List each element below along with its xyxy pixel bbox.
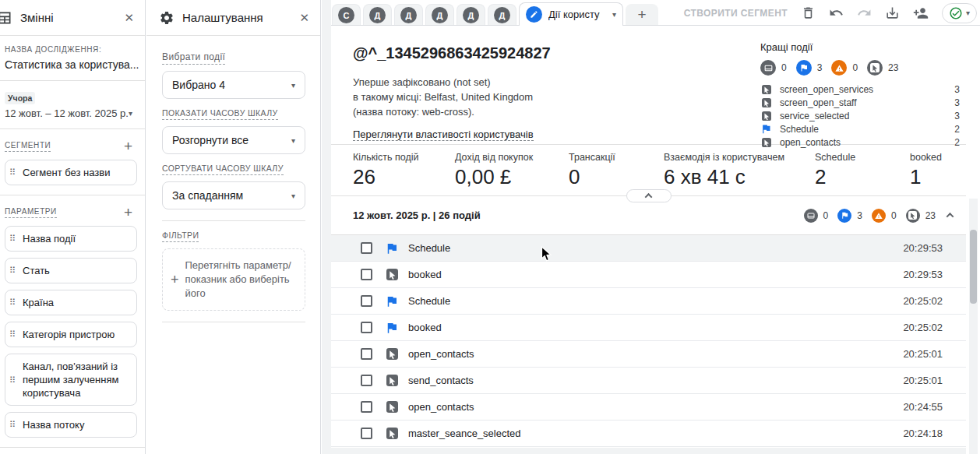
event-time: 20:29:53	[903, 242, 943, 254]
badge-count: 3	[817, 62, 823, 73]
tab-active-user-actions[interactable]: Дії користува... ▾	[519, 2, 623, 26]
create-segment-button[interactable]: СТВОРИТИ СЕГМЕНТ	[684, 8, 788, 19]
tab-2[interactable]: Д	[394, 4, 423, 26]
timeline-scrollbar[interactable]	[969, 199, 978, 454]
user-stream: (назва потоку: web-cross).	[353, 104, 551, 119]
screenview-badge-icon	[760, 60, 776, 76]
add-tab-button[interactable]: +	[626, 4, 658, 26]
parameter-chip[interactable]: ⠿Категорія пристрою	[5, 322, 137, 347]
row-checkbox[interactable]	[361, 295, 372, 307]
tab-5[interactable]: Д	[488, 4, 516, 26]
tab-0[interactable]: С	[332, 4, 361, 26]
chevron-down-icon: ▾	[966, 9, 970, 17]
row-checkbox[interactable]	[361, 322, 372, 333]
redo-icon[interactable]	[857, 5, 872, 20]
event-row[interactable]: master_seance_selected 20:24:18	[331, 421, 966, 447]
settings-header: Налаштування ✕	[146, 0, 320, 36]
top-events-panel: Кращі події 0 3 0 23 screen_open_service…	[760, 38, 960, 144]
stats-divider	[331, 195, 966, 196]
status-check-dropdown[interactable]: ▾	[942, 3, 977, 23]
segment-chip[interactable]: ⠿ Сегмент без назви	[5, 160, 137, 185]
event-type-icon	[760, 98, 772, 107]
stat-schedule: Schedule2	[815, 145, 910, 195]
chevron-down-icon[interactable]: ▾	[129, 109, 132, 118]
event-row[interactable]: Schedule 20:25:02	[331, 288, 966, 315]
user-first-seen: Уперше зафіксовано (not set)	[353, 75, 551, 90]
plus-icon: +	[171, 273, 179, 287]
stats-row: Кількість подій26 Дохід від покупок0,00 …	[331, 144, 966, 195]
trash-icon[interactable]	[801, 5, 816, 20]
badge-count: 23	[925, 210, 936, 221]
date-header-text: 12 жовт. 2025 р. | 26 подій	[353, 209, 481, 221]
show-timeline-label: ПОКАЗАТИ ЧАСОВУ ШКАЛУ	[162, 108, 278, 120]
event-name: open_contacts	[408, 401, 474, 413]
card-footer-strip	[331, 448, 966, 454]
row-checkbox[interactable]	[361, 348, 372, 360]
select-events-dropdown[interactable]: Вибрано 4 ▾	[162, 71, 305, 99]
event-name: open_contacts	[408, 348, 474, 360]
tab-4[interactable]: Д	[457, 4, 485, 26]
settings-title: Налаштування	[182, 11, 263, 24]
row-checkbox[interactable]	[361, 269, 372, 280]
sort-timeline-dropdown[interactable]: За спаданням ▾	[162, 181, 305, 209]
drag-handle-icon: ⠿	[7, 296, 18, 308]
event-time: 20:25:02	[903, 295, 943, 307]
row-checkbox[interactable]	[361, 428, 372, 439]
event-type-icon	[385, 348, 399, 360]
share-user-icon[interactable]	[913, 5, 929, 21]
date-header-badges: 0 3 0 23	[804, 209, 955, 223]
research-name-section: НАЗВА ДОСЛІДЖЕННЯ: Статистика за користу…	[0, 36, 145, 81]
badge-count: 0	[781, 62, 787, 73]
date-range-value: 12 жовт. – 12 жовт. 2025 р.	[5, 107, 129, 119]
row-checkbox[interactable]	[361, 401, 372, 413]
add-parameter-button[interactable]: +	[124, 205, 132, 220]
chevron-down-icon[interactable]: ▾	[612, 10, 616, 19]
tab-1[interactable]: Д	[363, 4, 392, 26]
undo-icon[interactable]	[829, 5, 844, 20]
parameter-chip[interactable]: ⠿Назва події	[5, 226, 137, 252]
row-checkbox[interactable]	[361, 242, 372, 254]
event-name: Schedule	[408, 242, 450, 254]
event-row[interactable]: booked 20:29:53	[331, 262, 966, 288]
close-settings-icon[interactable]: ✕	[299, 11, 309, 25]
chevron-down-icon: ▾	[291, 81, 295, 90]
drag-handle-icon: ⠿	[7, 418, 18, 431]
user-activity-card: @^_1345296863425924827 Уперше зафіксован…	[331, 26, 966, 454]
badge-count: 0	[823, 210, 829, 221]
top-events-badges: 0 3 0 23	[760, 60, 960, 76]
variables-title: Змінні	[20, 11, 54, 24]
event-name: booked	[408, 269, 442, 280]
row-checkbox[interactable]	[361, 375, 372, 386]
segment-chip-label: Сегмент без назви	[23, 166, 110, 179]
scrollbar-thumb[interactable]	[970, 230, 977, 304]
event-row[interactable]: booked 20:25:02	[331, 315, 966, 341]
date-range-section[interactable]: Учора 12 жовт. – 12 жовт. 2025 р. ▾	[0, 81, 145, 129]
sort-timeline-label: СОРТУВАТИ ЧАСОВУ ШКАЛУ	[162, 164, 284, 175]
download-icon[interactable]	[885, 5, 900, 20]
filters-dropzone[interactable]: + Перетягніть параметр/показник або вибе…	[162, 248, 305, 311]
event-type-icon	[385, 428, 399, 439]
event-row[interactable]: send_contacts 20:25:01	[331, 368, 966, 394]
event-row[interactable]: open_contacts 20:24:55	[331, 394, 966, 421]
top-events-title: Кращі події	[760, 41, 960, 53]
event-row[interactable]: open_contacts 20:25:01	[331, 341, 966, 368]
stat-event-count: Кількість подій26	[353, 145, 455, 195]
top-event-count: 3	[954, 111, 960, 121]
parameter-chip[interactable]: ⠿Стать	[5, 258, 137, 283]
parameter-chip[interactable]: ⠿Назва потоку	[5, 412, 137, 438]
tab-3[interactable]: Д	[425, 4, 454, 26]
event-type-icon	[385, 269, 399, 280]
collapse-day-button[interactable]	[945, 210, 955, 220]
show-timeline-dropdown[interactable]: Розгорнути все ▾	[162, 126, 305, 154]
parameter-chip[interactable]: ⠿Країна	[5, 290, 137, 315]
add-segment-button[interactable]: +	[124, 139, 132, 153]
close-variables-icon[interactable]: ✕	[124, 11, 134, 25]
parameter-chip[interactable]: ⠿Канал, пов'язаний із першим залученням …	[5, 354, 137, 406]
parameter-chip-label: Стать	[23, 264, 50, 277]
tab-initial: Д	[400, 7, 417, 23]
view-user-properties-link[interactable]: Переглянути властивості користувачів	[353, 128, 534, 141]
collapse-stats-button[interactable]	[626, 189, 672, 202]
event-row[interactable]: Schedule 20:29:53	[331, 235, 966, 262]
segments-label: СЕГМЕНТИ	[5, 141, 51, 152]
conversion-flag-badge-icon	[796, 60, 812, 76]
